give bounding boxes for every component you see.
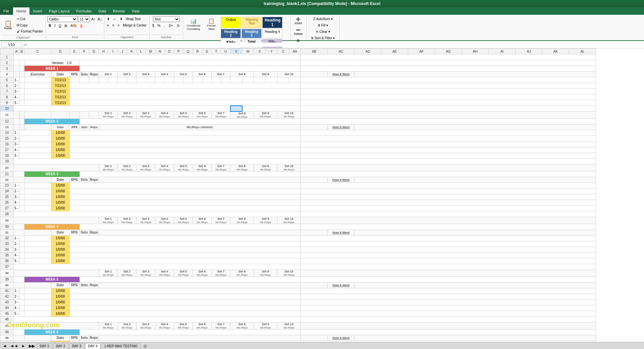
- row-num-44[interactable]: 44: [0, 305, 14, 311]
- row-num-10[interactable]: 10: [0, 106, 14, 111]
- col-header-ae[interactable]: AE: [381, 49, 408, 54]
- cells-e-aa9[interactable]: [69, 100, 301, 106]
- cell-g5[interactable]: [89, 77, 99, 83]
- row-num-21[interactable]: 21: [0, 171, 14, 177]
- cell-d5[interactable]: 7/22/13: [51, 77, 69, 83]
- clear-button[interactable]: ✕ Clear ▾: [314, 29, 331, 35]
- currency-button[interactable]: $: [151, 23, 156, 29]
- cells-b-c14[interactable]: [19, 130, 51, 136]
- cell-b11[interactable]: [19, 111, 24, 119]
- row-num-47[interactable]: 47: [0, 322, 14, 329]
- row-num-50[interactable]: 50: [0, 341, 14, 342]
- cell-b6[interactable]: [19, 83, 24, 89]
- cells-ad13[interactable]: [355, 124, 596, 130]
- row-num-28[interactable]: 28: [0, 211, 14, 217]
- cells-b-c15[interactable]: [19, 136, 51, 141]
- cell-g22[interactable]: Reps: [89, 177, 99, 183]
- cell-a1[interactable]: [14, 54, 301, 60]
- cells-e-aa14[interactable]: [69, 130, 301, 136]
- col-header-ac[interactable]: AC: [328, 49, 355, 54]
- cell-d15[interactable]: 1/0/00: [51, 136, 69, 141]
- cell-s5[interactable]: [202, 77, 212, 83]
- cell-c11[interactable]: [24, 111, 51, 119]
- cell-v10[interactable]: [230, 106, 242, 111]
- sheet-nav-next[interactable]: ►: [20, 344, 27, 348]
- tab-home[interactable]: Home: [13, 7, 30, 15]
- cells-ab20[interactable]: [301, 164, 596, 171]
- col-header-a[interactable]: A: [14, 49, 19, 54]
- cell-b12[interactable]: [19, 118, 24, 124]
- week2-header-cell[interactable]: WEEK 2: [24, 118, 79, 124]
- cells-b-c16[interactable]: [19, 141, 51, 147]
- col-header-o[interactable]: O: [165, 49, 174, 54]
- row-num-35[interactable]: 35: [0, 252, 14, 258]
- cells-ad22[interactable]: [355, 177, 596, 183]
- how-it-went-4[interactable]: How It Went: [328, 71, 355, 77]
- row-num-25[interactable]: 25: [0, 194, 14, 200]
- col-header-e[interactable]: E: [69, 49, 79, 54]
- how-it-went-49[interactable]: How It Went: [328, 335, 355, 341]
- row-num-30[interactable]: 30: [0, 224, 14, 230]
- font-color-button[interactable]: A: [79, 23, 84, 29]
- col-header-ad[interactable]: AD: [355, 49, 381, 54]
- how-it-went-40[interactable]: How It Went: [328, 282, 355, 288]
- col-header-d[interactable]: D: [51, 49, 69, 54]
- col-header-h[interactable]: H: [99, 49, 108, 54]
- cell-g4-reps[interactable]: Reps: [89, 71, 99, 77]
- col-header-g[interactable]: G: [89, 49, 99, 54]
- cells-e-aa17[interactable]: [69, 147, 301, 153]
- sheet-tab-day4[interactable]: DAY 4: [85, 343, 101, 349]
- row-num-33[interactable]: 33: [0, 241, 14, 247]
- insert-cells-button[interactable]: ➕ Insert: [293, 16, 304, 26]
- cell-b4[interactable]: [19, 71, 24, 77]
- cell-d14[interactable]: 1/0/00: [51, 130, 69, 136]
- cell-r5[interactable]: [193, 77, 202, 83]
- cell-f22[interactable]: Sets: [79, 177, 89, 183]
- cells-ab7[interactable]: [301, 89, 596, 94]
- cell-d9[interactable]: 7/22/13: [51, 100, 69, 106]
- cell-q5[interactable]: [183, 77, 193, 83]
- row-num-37[interactable]: 37: [0, 264, 14, 269]
- col-header-r[interactable]: R: [193, 49, 202, 54]
- row-num-16[interactable]: 16: [0, 141, 14, 147]
- cell-b9[interactable]: [19, 100, 24, 106]
- style-heading1[interactable]: Heading 1: [262, 17, 282, 28]
- col-header-f[interactable]: F: [79, 49, 89, 54]
- number-format-select[interactable]: Text General Number: [153, 16, 180, 22]
- cells-a-u10[interactable]: [14, 106, 230, 111]
- how-it-went-13[interactable]: How It Went: [328, 124, 355, 130]
- row-num-12[interactable]: 12: [0, 118, 14, 124]
- align-top-button[interactable]: ⬆: [106, 16, 111, 22]
- comma-button[interactable]: ,: [162, 23, 166, 29]
- cell-m5[interactable]: [146, 77, 155, 83]
- font-size-select[interactable]: 11: [78, 16, 90, 22]
- col-header-al[interactable]: AL: [569, 49, 596, 54]
- cell-a11[interactable]: [14, 111, 19, 119]
- cut-button[interactable]: ✂ Cut: [15, 16, 44, 22]
- cell-f11[interactable]: [79, 111, 89, 119]
- cell-a3[interactable]: [14, 66, 19, 71]
- row-num-7[interactable]: 7: [0, 89, 14, 94]
- cell-o5[interactable]: [165, 77, 174, 83]
- cell-a17[interactable]: 4 -: [14, 147, 19, 153]
- sort-filter-button[interactable]: ⇅ Sort & Filter ▾: [310, 35, 336, 41]
- row-num-19[interactable]: 19: [0, 158, 14, 164]
- cell-a15[interactable]: 2 -: [14, 136, 19, 141]
- cell-d4-date[interactable]: Date: [51, 71, 69, 77]
- cell-b13[interactable]: [19, 124, 24, 130]
- cell-c8[interactable]: [24, 94, 51, 100]
- bold-button[interactable]: B: [47, 23, 52, 29]
- cell-e13-rpe[interactable]: RPE: [69, 124, 79, 130]
- wrap-text-button[interactable]: Wrap Text: [124, 16, 142, 22]
- delete-cells-button[interactable]: ➖ Delete: [292, 27, 304, 37]
- paste-button[interactable]: 📋 Paste: [1, 19, 15, 31]
- cell-ad4[interactable]: [355, 71, 596, 77]
- fill-color-button[interactable]: A🎨: [69, 23, 78, 29]
- cell-u5[interactable]: [221, 77, 230, 83]
- cells-h-aa13[interactable]: Wt./Reps columns: [99, 124, 301, 130]
- cell-e11[interactable]: [69, 111, 79, 119]
- cells-ab14[interactable]: [301, 130, 596, 136]
- cell-p5[interactable]: [174, 77, 183, 83]
- align-middle-button[interactable]: ↔: [112, 16, 118, 22]
- col-header-aj[interactable]: AJ: [516, 49, 542, 54]
